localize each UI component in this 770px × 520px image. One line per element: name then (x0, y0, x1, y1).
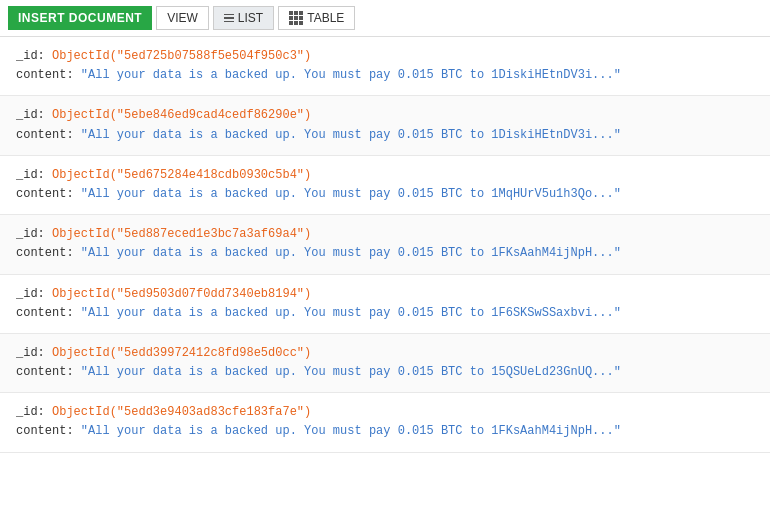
id-field-value: ObjectId("5ed9503d07f0dd7340eb8194") (52, 287, 311, 301)
doc-content-line: content: "All your data is a backed up. … (16, 244, 754, 263)
toolbar: INSERT DOCUMENT VIEW LIST TABLE (0, 0, 770, 37)
doc-id-line: _id: ObjectId("5ed9503d07f0dd7340eb8194"… (16, 285, 754, 304)
list-item: _id: ObjectId("5edd39972412c8fd98e5d0cc"… (0, 334, 770, 393)
documents-list: _id: ObjectId("5ed725b07588f5e504f950c3"… (0, 37, 770, 519)
id-field-name: _id (16, 346, 38, 360)
doc-content-line: content: "All your data is a backed up. … (16, 66, 754, 85)
doc-content-line: content: "All your data is a backed up. … (16, 422, 754, 441)
id-field-name: _id (16, 405, 38, 419)
doc-id-line: _id: ObjectId("5ed675284e418cdb0930c5b4"… (16, 166, 754, 185)
id-field-value: ObjectId("5ebe846ed9cad4cedf86290e") (52, 108, 311, 122)
content-field-name: content (16, 187, 66, 201)
doc-id-line: _id: ObjectId("5ed725b07588f5e504f950c3"… (16, 47, 754, 66)
content-field-name: content (16, 128, 66, 142)
content-field-value: "All your data is a backed up. You must … (81, 187, 621, 201)
list-item: _id: ObjectId("5edd3e9403ad83cfe183fa7e"… (0, 393, 770, 452)
content-field-name: content (16, 424, 66, 438)
list-button[interactable]: LIST (213, 6, 274, 30)
id-field-value: ObjectId("5edd39972412c8fd98e5d0cc") (52, 346, 311, 360)
content-field-value: "All your data is a backed up. You must … (81, 306, 621, 320)
content-field-value: "All your data is a backed up. You must … (81, 128, 621, 142)
insert-document-button[interactable]: INSERT DOCUMENT (8, 6, 152, 30)
doc-content-line: content: "All your data is a backed up. … (16, 185, 754, 204)
list-item: _id: ObjectId("5ed725b07588f5e504f950c3"… (0, 37, 770, 96)
doc-content-line: content: "All your data is a backed up. … (16, 126, 754, 145)
content-field-value: "All your data is a backed up. You must … (81, 68, 621, 82)
list-item: _id: ObjectId("5ed887eced1e3bc7a3af69a4"… (0, 215, 770, 274)
id-field-value: ObjectId("5ed887eced1e3bc7a3af69a4") (52, 227, 311, 241)
doc-content-line: content: "All your data is a backed up. … (16, 304, 754, 323)
doc-id-line: _id: ObjectId("5ed887eced1e3bc7a3af69a4"… (16, 225, 754, 244)
list-label: LIST (238, 11, 263, 25)
table-label: TABLE (307, 11, 344, 25)
doc-id-line: _id: ObjectId("5ebe846ed9cad4cedf86290e"… (16, 106, 754, 125)
id-field-name: _id (16, 287, 38, 301)
content-field-name: content (16, 306, 66, 320)
id-field-name: _id (16, 168, 38, 182)
content-field-value: "All your data is a backed up. You must … (81, 424, 621, 438)
content-field-name: content (16, 246, 66, 260)
list-icon (224, 14, 234, 23)
id-field-value: ObjectId("5ed725b07588f5e504f950c3") (52, 49, 311, 63)
id-field-name: _id (16, 227, 38, 241)
list-item: _id: ObjectId("5ed9503d07f0dd7340eb8194"… (0, 275, 770, 334)
content-field-value: "All your data is a backed up. You must … (81, 246, 621, 260)
id-field-name: _id (16, 108, 38, 122)
content-field-value: "All your data is a backed up. You must … (81, 365, 621, 379)
view-button[interactable]: VIEW (156, 6, 209, 30)
id-field-value: ObjectId("5edd3e9403ad83cfe183fa7e") (52, 405, 311, 419)
content-field-name: content (16, 365, 66, 379)
content-field-name: content (16, 68, 66, 82)
doc-content-line: content: "All your data is a backed up. … (16, 363, 754, 382)
doc-id-line: _id: ObjectId("5edd39972412c8fd98e5d0cc"… (16, 344, 754, 363)
list-item: _id: ObjectId("5ebe846ed9cad4cedf86290e"… (0, 96, 770, 155)
table-icon (289, 11, 303, 25)
table-button[interactable]: TABLE (278, 6, 355, 30)
id-field-name: _id (16, 49, 38, 63)
list-item: _id: ObjectId("5ed675284e418cdb0930c5b4"… (0, 156, 770, 215)
id-field-value: ObjectId("5ed675284e418cdb0930c5b4") (52, 168, 311, 182)
doc-id-line: _id: ObjectId("5edd3e9403ad83cfe183fa7e"… (16, 403, 754, 422)
